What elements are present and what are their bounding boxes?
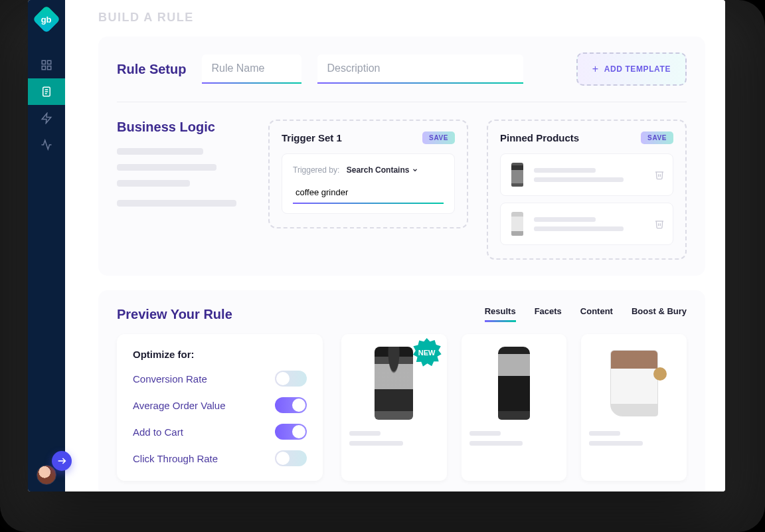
optimize-row-atc: Add to Cart: [133, 424, 307, 440]
pinned-products-title: Pinned Products: [500, 132, 579, 143]
tab-boost-bury[interactable]: Boost & Bury: [632, 306, 687, 322]
trigger-mode-value: Search Contains: [347, 165, 410, 175]
preview-card: Preview Your Rule Results Facets Content…: [98, 290, 705, 491]
skeleton-line: [589, 441, 643, 446]
nav-rules[interactable]: [28, 78, 65, 105]
pinned-thumb: [509, 210, 526, 238]
business-logic-label: Business Logic: [117, 120, 250, 135]
clipboard-icon: [41, 86, 52, 98]
sidebar: gb: [28, 0, 65, 491]
trash-icon[interactable]: [654, 169, 665, 180]
chevron-down-icon: [412, 167, 418, 173]
pinned-item[interactable]: [500, 203, 673, 245]
svg-rect-1: [48, 60, 51, 64]
activity-icon: [41, 139, 52, 151]
rule-setup-label: Rule Setup: [117, 62, 186, 77]
preview-tabs: Results Facets Content Boost & Bury: [485, 306, 687, 322]
add-template-button[interactable]: + ADD TEMPLATE: [576, 52, 687, 86]
svg-marker-8: [42, 114, 51, 124]
rule-name-input[interactable]: [202, 54, 301, 84]
toggle-click-through-rate[interactable]: [275, 450, 307, 466]
fab-next[interactable]: [52, 451, 72, 471]
logo: gb: [33, 5, 60, 33]
product-card[interactable]: [581, 334, 687, 481]
description-input[interactable]: [317, 54, 523, 84]
pinned-thumb: [509, 161, 526, 189]
optimize-label: Add to Cart: [133, 426, 183, 438]
toggle-add-to-cart[interactable]: [275, 424, 307, 440]
toggle-average-order-value[interactable]: [275, 397, 307, 413]
svg-rect-3: [48, 66, 51, 70]
tab-content[interactable]: Content: [580, 306, 613, 322]
trigger-inner-panel: Triggered by: Search Contains: [282, 153, 455, 214]
optimize-panel: Optimize for: Conversion Rate Average Or…: [117, 334, 323, 481]
trash-icon[interactable]: [654, 219, 665, 229]
product-card[interactable]: NEW: [341, 334, 447, 481]
rule-setup-row: Rule Setup + ADD TEMPLATE: [117, 52, 687, 102]
main-content: BUILD A RULE Rule Setup + ADD TEMPLATE B…: [65, 0, 725, 491]
pinned-item-text: [534, 168, 646, 182]
add-template-label: ADD TEMPLATE: [604, 64, 671, 74]
arrow-right-icon: [56, 456, 67, 466]
product-grid: NEW: [341, 334, 687, 481]
triggered-by-label: Triggered by:: [293, 165, 339, 175]
pinned-save-button[interactable]: SAVE: [641, 132, 673, 144]
skeleton-line: [349, 431, 381, 436]
rule-setup-card: Rule Setup + ADD TEMPLATE Business Logic: [98, 37, 705, 276]
pinned-item[interactable]: [500, 153, 673, 196]
skeleton-line: [349, 441, 403, 446]
optimize-label: Click Through Rate: [133, 453, 218, 464]
skeleton-line: [469, 441, 523, 446]
business-logic-row: Business Logic Trigger Set 1 SAVE Trigge…: [117, 120, 687, 260]
skeleton-line: [117, 180, 190, 187]
skeleton-line: [117, 148, 203, 155]
trigger-save-button[interactable]: SAVE: [422, 132, 455, 144]
app-window: gb BUILD A RULE Rule Setup + ADD TEMPLAT: [28, 0, 725, 491]
plus-icon: +: [592, 63, 599, 75]
toggle-conversion-rate[interactable]: [275, 371, 307, 387]
page-title: BUILD A RULE: [98, 11, 705, 25]
trigger-set-title: Trigger Set 1: [282, 132, 342, 143]
skeleton-line: [117, 164, 216, 171]
skeleton-line: [589, 431, 620, 436]
nav-dashboard[interactable]: [28, 52, 65, 78]
optimize-title: Optimize for:: [133, 349, 307, 360]
bolt-icon: [41, 112, 52, 124]
pinned-products-panel: Pinned Products SAVE: [487, 120, 687, 260]
optimize-row-ctr: Click Through Rate: [133, 450, 307, 466]
svg-rect-0: [42, 60, 45, 64]
skeleton-line: [469, 431, 501, 436]
preview-label: Preview Your Rule: [117, 307, 232, 322]
business-logic-col: Business Logic: [117, 120, 250, 216]
product-card[interactable]: [462, 334, 567, 481]
optimize-row-aov: Average Order Value: [133, 397, 307, 413]
avatar[interactable]: [37, 465, 56, 485]
product-image: [469, 343, 559, 423]
optimize-label: Average Order Value: [133, 400, 226, 411]
tab-facets[interactable]: Facets: [535, 306, 562, 322]
optimize-label: Conversion Rate: [133, 373, 207, 385]
svg-rect-2: [42, 66, 45, 70]
product-image: [589, 343, 679, 423]
trigger-value-input[interactable]: [293, 182, 444, 204]
grid-icon: [41, 59, 52, 71]
nav-activity[interactable]: [28, 132, 65, 158]
nav-lightning[interactable]: [28, 105, 65, 132]
pinned-item-text: [534, 217, 646, 231]
optimize-row-conversion: Conversion Rate: [133, 371, 307, 387]
trigger-set-panel: Trigger Set 1 SAVE Triggered by: Search …: [268, 120, 468, 228]
skeleton-line: [117, 200, 236, 207]
trigger-mode-select[interactable]: Search Contains: [347, 165, 419, 175]
logo-text: gb: [41, 14, 52, 24]
tab-results[interactable]: Results: [485, 306, 516, 322]
